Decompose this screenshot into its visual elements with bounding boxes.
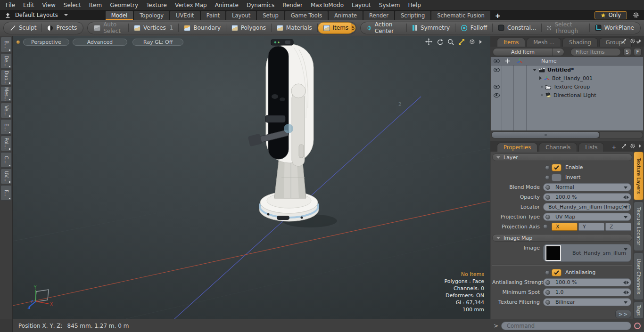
channel-toggle[interactable] [545, 195, 550, 200]
viewport-flyout-icon[interactable] [479, 40, 482, 44]
layout-selector[interactable]: Default Layouts [15, 12, 58, 18]
menu-render[interactable]: Render [282, 2, 303, 8]
presets-button[interactable]: Presets [42, 22, 82, 34]
scrollbar-thumb[interactable] [492, 132, 599, 138]
zoom-icon[interactable] [447, 39, 454, 45]
tab-channels[interactable]: Channels [539, 143, 577, 152]
invert-checkbox[interactable] [552, 174, 561, 181]
tab-topology[interactable]: Topology [134, 11, 169, 20]
expand-panel-icon[interactable] [621, 39, 627, 44]
axis-y-button[interactable]: Y [578, 223, 604, 231]
image-map-section-header[interactable]: Image Map [492, 234, 632, 242]
antialiasing-checkbox[interactable] [552, 269, 561, 276]
symmetry-button[interactable]: Symmetry [407, 22, 455, 34]
value-stepper[interactable] [623, 291, 629, 294]
item-row-scene[interactable]: Untitled* [491, 65, 643, 74]
toolbox-tab-curves[interactable]: C... [0, 152, 12, 168]
menu-view[interactable]: View [42, 2, 55, 8]
items-mode-button[interactable]: Items [318, 22, 355, 34]
tab-mesh-ops[interactable]: Mesh ... [527, 38, 561, 47]
menu-edit[interactable]: Edit [23, 2, 34, 8]
texture-filtering-select[interactable]: Bilinear [543, 298, 631, 306]
layout-up-icon[interactable] [5, 12, 11, 18]
toolbox-tab-edge[interactable]: E... [0, 119, 12, 135]
channel-toggle[interactable] [545, 290, 550, 295]
tab-schematic-fusion[interactable]: Schematic Fusion [431, 11, 490, 20]
tab-layout[interactable]: Layout [226, 11, 256, 20]
item-row-mesh[interactable]: Bot_Handy_001 [491, 74, 643, 82]
tab-animate[interactable]: Animate [329, 11, 363, 20]
enable-checkbox[interactable] [552, 164, 561, 171]
menu-dynamics[interactable]: Dynamics [247, 2, 274, 8]
layer-section-header[interactable]: Layer [492, 154, 632, 161]
more-options-button[interactable]: >> [615, 310, 631, 318]
sculpt-button[interactable]: Sculpt [5, 22, 41, 34]
tab-setup[interactable]: Setup [257, 11, 284, 20]
item-row-directional-light[interactable]: Directional Light [491, 91, 643, 99]
panel-flyout-icon[interactable] [639, 144, 641, 148]
menu-select[interactable]: Select [64, 2, 81, 8]
toolbox-tab-polygon[interactable]: Pol... [0, 136, 12, 151]
collapse-caret-icon[interactable] [539, 76, 542, 80]
menu-system[interactable]: System [379, 2, 400, 8]
channel-toggle[interactable] [545, 215, 550, 219]
channel-toggle[interactable] [545, 280, 550, 285]
tab-lists[interactable]: Lists [578, 143, 604, 152]
toolbox-tab-mesh[interactable]: Mes... [0, 86, 12, 102]
viewport-raygl-button[interactable]: Ray GL: Off [132, 39, 183, 46]
value-stepper[interactable] [623, 195, 629, 199]
item-row-texture-group[interactable]: Texture Group [491, 82, 643, 91]
constraint-button[interactable]: Constrai... [493, 22, 541, 34]
menu-texture[interactable]: Texture [146, 2, 167, 8]
tab-scripting[interactable]: Scripting [395, 11, 430, 20]
expand-panel-icon[interactable] [621, 144, 627, 149]
panel-flyout-icon[interactable] [639, 39, 641, 43]
viewport-options-dot[interactable] [17, 40, 20, 44]
visibility-eye-icon[interactable] [494, 68, 500, 72]
side-tab-texture-locator[interactable]: Texture Locator [634, 202, 644, 251]
side-tab-tags[interactable]: Tags [634, 301, 644, 319]
boundary-mode-button[interactable]: Boundary [179, 22, 226, 34]
tab-game-tools[interactable]: Game Tools [285, 11, 328, 20]
visibility-eye-icon[interactable] [494, 93, 500, 97]
menu-vertex-map[interactable]: Vertex Map [175, 2, 207, 8]
menu-geometry[interactable]: Geometry [110, 2, 138, 8]
tab-items[interactable]: Items [497, 38, 525, 47]
toolbox-tab-vertex[interactable]: Ve... [0, 103, 12, 118]
toolbox-tab-uv[interactable]: UV... [0, 169, 12, 184]
scope-s-button[interactable]: S [623, 48, 631, 56]
select-through-button[interactable]: Select Through [542, 22, 589, 34]
channel-toggle[interactable] [545, 270, 550, 275]
value-stepper[interactable] [623, 281, 629, 284]
opacity-input[interactable]: 100.0 % [543, 193, 631, 201]
add-tab-button[interactable]: + [491, 11, 504, 20]
pan-icon[interactable] [425, 38, 432, 45]
channel-toggle[interactable] [545, 165, 550, 170]
add-panel-tab-button[interactable]: + [605, 143, 622, 152]
materials-mode-button[interactable]: Materials [272, 22, 317, 34]
side-tab-user-channels[interactable]: User Channels [634, 252, 644, 300]
tab-model[interactable]: Model [106, 11, 133, 20]
orbit-icon[interactable] [437, 39, 443, 45]
gear-icon[interactable] [630, 38, 636, 44]
aa-strength-input[interactable]: 100.0 % [543, 278, 631, 286]
minimum-spot-input[interactable]: 1.0 [543, 288, 631, 296]
image-select[interactable]: Bot_Handy_sm_illum [543, 244, 631, 262]
locator-select[interactable]: Bot_Handy_sm_illum (Image) (T... [543, 203, 631, 211]
gear-icon[interactable] [469, 39, 475, 45]
filter-items-input[interactable] [570, 48, 621, 56]
tab-uvedit[interactable]: UVEdit [170, 11, 200, 20]
projection-type-select[interactable]: UV Map [543, 213, 631, 221]
scene-canvas[interactable]: 2 [13, 36, 490, 319]
menu-layout[interactable]: Layout [352, 2, 371, 8]
menu-maxtomodo[interactable]: MaxToModo [311, 2, 344, 8]
toolbox-tab-basic[interactable]: B... [0, 37, 12, 52]
add-item-dropdown[interactable] [553, 48, 564, 56]
axis-x-button[interactable]: X [552, 223, 578, 231]
falloff-button[interactable]: Falloff [455, 22, 492, 34]
side-tab-texture-layers[interactable]: Texture Layers [634, 152, 644, 200]
polygons-mode-button[interactable]: Polygons [226, 22, 271, 34]
viewport-camera-button[interactable]: Perspective [23, 39, 69, 46]
menu-item[interactable]: Item [89, 2, 102, 8]
only-button[interactable]: Only [594, 11, 627, 19]
